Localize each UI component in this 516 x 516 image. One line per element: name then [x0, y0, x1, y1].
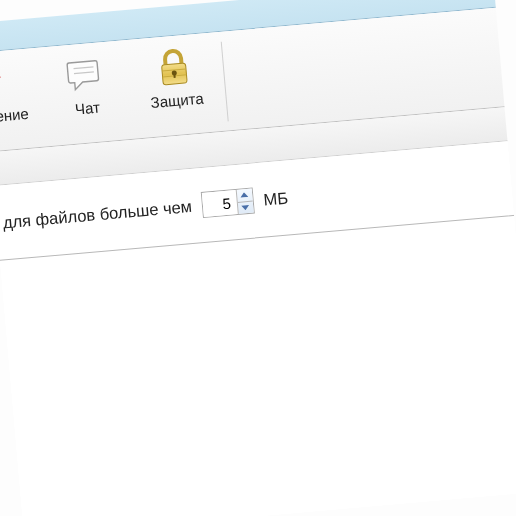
toolbar-label: Составление — [0, 105, 29, 130]
lock-icon — [151, 44, 197, 90]
spin-down-button[interactable] — [238, 201, 254, 214]
filesize-value-input[interactable] — [202, 190, 238, 217]
toolbar-label: Защита — [150, 89, 204, 111]
filesize-spinbox[interactable] — [201, 188, 255, 218]
chat-icon — [62, 52, 108, 98]
svg-marker-16 — [240, 192, 248, 198]
compose-icon — [0, 61, 3, 107]
svg-marker-8 — [0, 73, 1, 80]
filesize-threshold-label: кбу хранения для файлов больше чем — [0, 196, 193, 241]
toolbar-label: Чат — [74, 99, 100, 118]
toolbar-button-chat[interactable]: Чат — [38, 46, 136, 144]
svg-marker-17 — [242, 205, 250, 211]
content-area: кбу хранения для файлов больше чем МБ — [0, 134, 516, 516]
toolbar-button-security[interactable]: Защита — [127, 38, 225, 136]
filesize-unit-label: МБ — [263, 188, 289, 209]
list-panel — [0, 192, 516, 516]
